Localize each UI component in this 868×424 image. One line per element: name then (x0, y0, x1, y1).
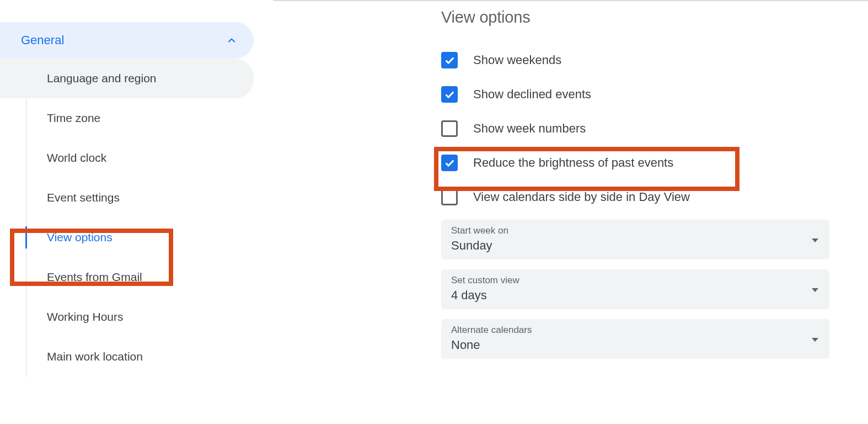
option-show-declined-events[interactable]: Show declined events (441, 77, 829, 112)
option-show-weekends[interactable]: Show weekends (441, 43, 829, 77)
option-label: Show weekends (473, 53, 561, 67)
dropdown-arrow-icon (812, 334, 818, 344)
sidebar-item-label: Main work location (47, 350, 143, 363)
dropdown-arrow-icon (812, 235, 818, 245)
option-label: Reduce the brightness of past events (473, 156, 673, 170)
sidebar-item-label: View options (47, 231, 112, 243)
sidebar-item-view-options[interactable]: View options (0, 218, 254, 257)
sidebar-item-working-hours[interactable]: Working Hours (0, 297, 254, 337)
checkbox-checked-icon[interactable] (441, 155, 458, 171)
option-label: Show week numbers (473, 121, 586, 136)
sidebar-item-label: Events from Gmail (47, 271, 142, 283)
option-reduce-brightness-past-events[interactable]: Reduce the brightness of past events (441, 146, 829, 180)
section-title: View options (441, 8, 829, 26)
sidebar-item-label: Language and region (47, 72, 157, 84)
chevron-up-icon (226, 35, 237, 46)
select-set-custom-view[interactable]: Set custom view 4 days (441, 269, 829, 309)
select-group: Start week on Sunday Set custom view 4 d… (441, 220, 829, 359)
sidebar-section-label: General (21, 33, 64, 47)
sidebar-item-time-zone[interactable]: Time zone (0, 98, 254, 138)
sidebar-item-label: Time zone (47, 112, 100, 124)
dropdown-arrow-icon (812, 284, 818, 294)
select-label: Start week on (451, 225, 819, 236)
option-show-week-numbers[interactable]: Show week numbers (441, 112, 829, 146)
select-alternate-calendars[interactable]: Alternate calendars None (441, 319, 829, 359)
active-indicator (25, 226, 27, 248)
sidebar-items: Language and region Time zone World cloc… (0, 59, 254, 377)
sidebar-item-main-work-location[interactable]: Main work location (0, 337, 254, 377)
sidebar-item-event-settings[interactable]: Event settings (0, 178, 254, 218)
select-label: Alternate calendars (451, 325, 819, 336)
select-value: Sunday (451, 239, 819, 253)
checkbox-checked-icon[interactable] (441, 86, 458, 103)
checkbox-checked-icon[interactable] (441, 52, 458, 68)
top-border (273, 0, 868, 1)
settings-panel: View options Show weekends Show declined… (254, 0, 868, 424)
sidebar-item-label: World clock (47, 151, 106, 164)
option-label: Show declined events (473, 87, 591, 102)
sidebar-item-events-from-gmail[interactable]: Events from Gmail (0, 257, 254, 297)
sidebar-item-label: Event settings (47, 191, 120, 204)
checkbox-unchecked-icon[interactable] (441, 120, 458, 137)
sidebar-item-label: Working Hours (47, 310, 124, 323)
sidebar-section-general[interactable]: General (0, 22, 254, 59)
sidebar-item-language-and-region[interactable]: Language and region (0, 59, 254, 98)
select-start-week-on[interactable]: Start week on Sunday (441, 220, 829, 259)
checkbox-unchecked-icon[interactable] (441, 189, 458, 205)
sidebar-item-world-clock[interactable]: World clock (0, 138, 254, 178)
select-value: 4 days (451, 288, 819, 303)
select-value: None (451, 338, 819, 352)
select-label: Set custom view (451, 275, 819, 286)
settings-sidebar: General Language and region Time zone Wo… (0, 0, 254, 424)
option-label: View calendars side by side in Day View (473, 190, 690, 204)
option-side-by-side-day-view[interactable]: View calendars side by side in Day View (441, 180, 829, 214)
